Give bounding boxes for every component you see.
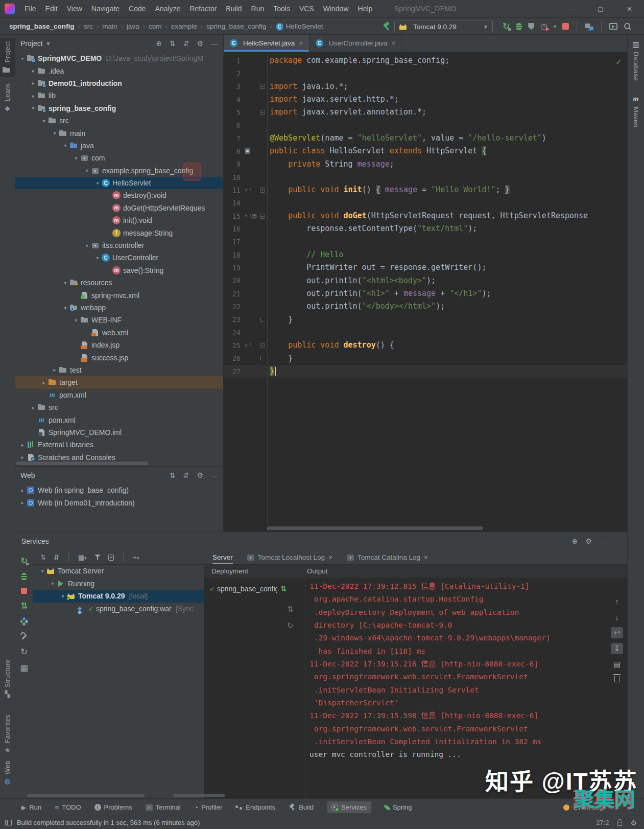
chevron-right-icon[interactable]: ▸ (29, 80, 37, 86)
services-tab-tomcat-catalina-log[interactable]: ›Tomcat Catalina Log× (347, 550, 428, 564)
profiler-chevron-icon[interactable]: ▾ (554, 24, 556, 29)
fold-toggle-icon[interactable]: + (260, 188, 265, 193)
tree-item-src[interactable]: ▸src (15, 401, 223, 413)
scroll-to-end-button[interactable]: ↧ (611, 643, 623, 654)
chevron-down-icon[interactable]: ▾ (38, 568, 46, 574)
menu-window[interactable]: Window (319, 5, 353, 13)
code-line[interactable]: 25− public void destroy() { (224, 339, 627, 352)
service-tomcat-server[interactable]: ▾Tomcat Server (33, 565, 204, 578)
breadcrumb-item-helloservlet[interactable]: CHelloServlet (276, 22, 323, 31)
tree-item-idea[interactable]: ▸.idea (15, 64, 223, 77)
tree-item-spring-mvc-xml[interactable]: spring-mvc.xml (15, 289, 223, 301)
code-line[interactable]: 6 (224, 119, 627, 132)
menu-file[interactable]: File (20, 5, 41, 13)
menu-code[interactable]: Code (124, 5, 150, 13)
lock-icon[interactable] (617, 822, 622, 826)
hide-panel-button[interactable]: — (211, 471, 218, 479)
breadcrumb-item-src[interactable]: src (84, 22, 93, 30)
edit-configuration-button[interactable] (20, 633, 28, 640)
menu-tools[interactable]: Tools (269, 5, 295, 13)
swap-deployment-icon[interactable]: ⇅ (287, 605, 294, 614)
rerun-server-button[interactable]: ↻ (20, 557, 28, 565)
tree-item-resources[interactable]: ▾resources (15, 277, 223, 289)
code-line[interactable]: 15@− public void doGet(HttpServletReques… (224, 210, 627, 222)
refresh-deployment-icon[interactable]: ↻ (287, 621, 294, 630)
debug-button[interactable] (516, 23, 522, 30)
code-line[interactable]: 24 (224, 326, 627, 339)
scroll-down-button[interactable]: ↓ (611, 611, 623, 623)
services-icon[interactable] (19, 616, 29, 627)
scroll-up-button[interactable]: ↑ (611, 595, 623, 607)
locate-button[interactable]: ⊕ (572, 537, 578, 545)
chevron-right-icon[interactable]: ▸ (18, 442, 27, 448)
code-line[interactable]: 9 private String message; (224, 158, 627, 171)
add-frame-button[interactable]: + (108, 555, 114, 561)
column-divider[interactable] (305, 578, 305, 798)
print-button[interactable]: ▤ (611, 659, 623, 670)
clear-console-button[interactable] (614, 676, 619, 682)
fold-toggle-icon[interactable]: − (260, 214, 265, 219)
expand-all-button[interactable]: ⇅ (40, 554, 46, 561)
tree-item-save-string[interactable]: save():String (15, 264, 223, 277)
chevron-down-icon[interactable]: ▾ (93, 255, 102, 261)
soft-wrap-button[interactable]: ↩ (611, 627, 623, 638)
tree-item-init-void[interactable]: init():void (15, 214, 223, 226)
chevron-down-icon[interactable]: ▼ (46, 41, 51, 47)
horizontal-scrollbar[interactable] (27, 794, 145, 797)
tree-item-target[interactable]: ▸target (15, 376, 223, 388)
code-line[interactable]: 22 out.println("</body></html>"); (224, 300, 627, 313)
tree-item-success-jsp[interactable]: success.jsp (15, 351, 223, 363)
stop-button[interactable] (562, 23, 569, 30)
locate-file-button[interactable]: ⊕ (156, 39, 162, 48)
add-service-button[interactable]: +▾ (133, 554, 139, 561)
dashboard-layout-button[interactable]: ▦ (20, 664, 28, 673)
tree-item-webapp[interactable]: ▾webapp (15, 302, 223, 314)
tree-item-pom-xml[interactable]: pom.xml (15, 413, 223, 426)
chevron-down-icon[interactable]: ▾ (93, 180, 102, 186)
chevron-right-icon[interactable]: ▸ (18, 454, 27, 460)
tree-item-src[interactable]: ▾src (15, 114, 223, 127)
service-spring-base-config-war[interactable]: ✓spring_base_config:war [Sync (33, 603, 204, 615)
chevron-down-icon[interactable]: ▾ (29, 105, 37, 111)
code-line[interactable]: 19 PrintWriter out = response.getWriter(… (224, 261, 627, 274)
stripe-tab-learn[interactable]: Learn◆ (0, 84, 15, 111)
run-configuration-select[interactable]: Tomcat 9.0.29 ▼ (394, 20, 493, 33)
tree-item-main[interactable]: ▾main (15, 127, 223, 139)
build-hammer-icon[interactable] (382, 22, 391, 31)
toolwindow-button-profiler[interactable]: ◔Profiler (194, 803, 223, 811)
close-button[interactable]: × (615, 0, 644, 18)
override-icon[interactable] (245, 213, 251, 219)
code-line[interactable]: 3−import java.io.*; (224, 80, 627, 93)
chevron-down-icon[interactable]: ▾ (61, 143, 69, 148)
chevron-down-icon[interactable]: ▾ (83, 243, 91, 248)
chevron-right-icon[interactable]: ▸ (51, 367, 59, 373)
chevron-right-icon[interactable]: ▸ (40, 380, 48, 385)
tree-item-usercontroller[interactable]: ▾UserController (15, 251, 223, 264)
code-line[interactable]: 7@WebServlet(name = "helloServlet", valu… (224, 132, 627, 145)
tree-item-lib[interactable]: ▸lib (15, 89, 223, 102)
web-item-web-in-spring-base-config[interactable]: ▸Web (in spring_base_config) (15, 484, 223, 496)
settings-gear-button[interactable]: ⚙ (197, 39, 203, 48)
menu-navigate[interactable]: Navigate (87, 5, 124, 13)
stop-server-button[interactable] (21, 588, 27, 594)
hide-panel-button[interactable]: — (600, 537, 607, 545)
menu-analyze[interactable]: Analyze (151, 5, 185, 13)
override-icon[interactable] (245, 187, 251, 193)
tree-item-springmvc-demo-iml[interactable]: SpringMVC_DEMO.iml (15, 426, 223, 439)
horizontal-scrollbar[interactable] (267, 526, 483, 530)
stripe-tab-maven[interactable]: mMaven (628, 95, 644, 127)
stripe-tab-database[interactable]: Database (628, 42, 644, 81)
settings-gear-button[interactable]: ⚙ (585, 537, 592, 545)
breadcrumb-item-spring-base-config[interactable]: spring_base_config (206, 22, 266, 30)
rerun-button[interactable]: ↻ (503, 22, 510, 31)
search-everywhere-button[interactable] (624, 22, 631, 30)
service-running[interactable]: ▾Running (33, 578, 204, 590)
menu-edit[interactable]: Edit (41, 5, 62, 13)
code-line[interactable]: 8public class HelloServlet extends HttpS… (224, 145, 627, 157)
code-line[interactable]: 18 // Hello (224, 248, 627, 261)
minimize-button[interactable]: — (557, 0, 586, 18)
tree-item-test[interactable]: ▸test (15, 364, 223, 376)
fold-toggle-icon[interactable]: − (260, 84, 265, 89)
maximize-button[interactable]: □ (586, 0, 615, 18)
tree-item-destroy-void[interactable]: destroy():void (15, 189, 223, 201)
